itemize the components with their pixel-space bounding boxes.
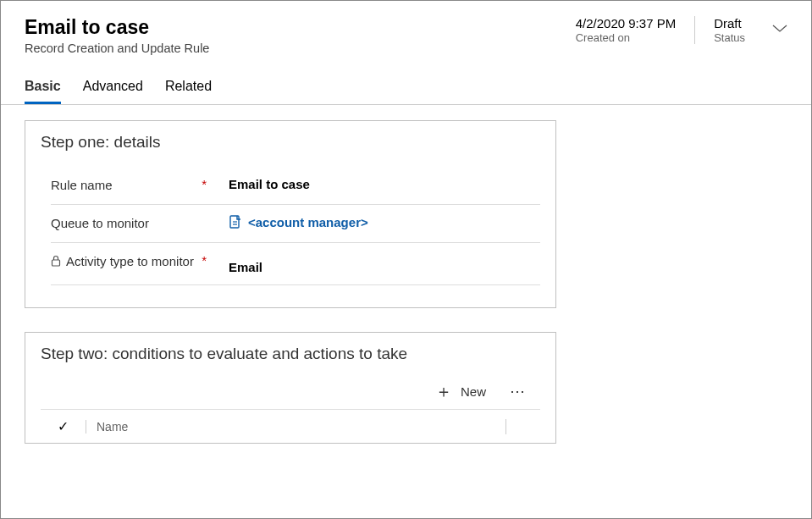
svg-rect-3 [52, 260, 60, 266]
tabs: Basic Advanced Related [25, 75, 787, 104]
queue-monitor-label: Queue to monitor [51, 215, 149, 232]
status-block: Draft Status [694, 16, 745, 44]
created-on-value: 4/2/2020 9:37 PM [576, 16, 676, 30]
grid-column-name[interactable]: Name [86, 420, 489, 433]
activity-type-label: Activity type to monitor [66, 253, 194, 270]
select-all-checkbox[interactable]: ✓ [58, 418, 69, 434]
queue-monitor-value: <account manager> [248, 215, 368, 229]
title-block: Email to case Record Creation and Update… [25, 16, 575, 55]
step-one-title: Step one: details [41, 133, 540, 152]
rule-name-row: Rule name * Email to case [51, 167, 540, 205]
form-header: Email to case Record Creation and Update… [1, 1, 811, 105]
page-title: Email to case [25, 16, 575, 40]
form-body: Step one: details Rule name * Email to c… [1, 105, 811, 495]
queue-entity-icon [229, 215, 242, 229]
rule-name-input[interactable]: Email to case [229, 177, 310, 191]
chevron-down-icon [772, 24, 787, 34]
expand-header-button[interactable] [772, 23, 787, 36]
status-value: Draft [714, 16, 745, 30]
new-button-label: New [461, 384, 486, 399]
step-one-section: Step one: details Rule name * Email to c… [25, 120, 556, 309]
step-two-title: Step two: conditions to evaluate and act… [41, 345, 540, 363]
required-indicator: * [202, 177, 207, 191]
conditions-toolbar: ＋ New ⋯ [41, 378, 540, 410]
header-meta: 4/2/2020 9:37 PM Created on Draft Status [575, 16, 787, 44]
new-condition-button[interactable]: ＋ New [435, 383, 486, 400]
tab-advanced[interactable]: Advanced [83, 75, 143, 104]
step-two-section: Step two: conditions to evaluate and act… [25, 332, 556, 444]
status-label: Status [714, 31, 745, 44]
plus-icon: ＋ [435, 383, 452, 400]
required-indicator: * [202, 253, 207, 268]
tab-related[interactable]: Related [165, 75, 212, 104]
activity-type-row: Activity type to monitor * Email [51, 243, 540, 285]
lock-icon [51, 255, 61, 267]
conditions-grid-header: ✓ Name [41, 410, 540, 434]
more-commands-button[interactable]: ⋯ [510, 382, 527, 400]
activity-type-value: Email [229, 260, 262, 274]
page-subtitle: Record Creation and Update Rule [25, 41, 575, 55]
tab-basic[interactable]: Basic [25, 75, 61, 104]
created-on-block: 4/2/2020 9:37 PM Created on [575, 16, 676, 44]
queue-monitor-lookup[interactable]: <account manager> [229, 215, 368, 229]
grid-column-divider [505, 419, 506, 434]
created-on-label: Created on [576, 31, 676, 44]
queue-monitor-row: Queue to monitor <account manager> [51, 205, 540, 243]
rule-name-label: Rule name [51, 177, 113, 194]
